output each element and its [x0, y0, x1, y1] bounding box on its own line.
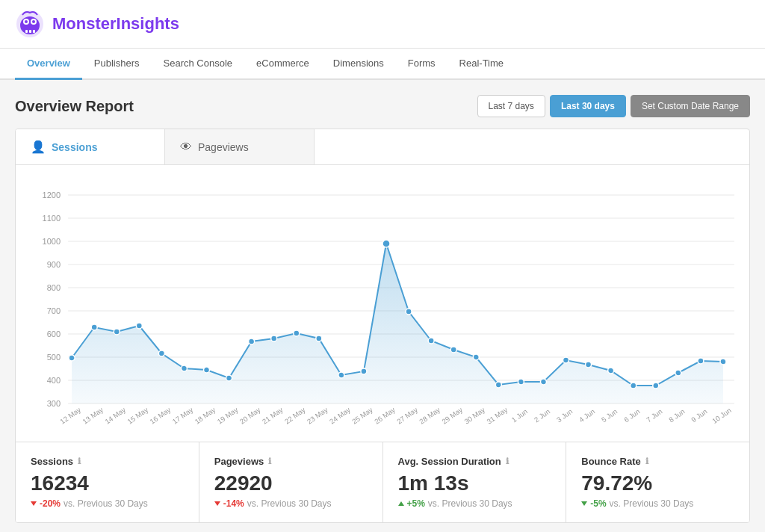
svg-text:26 May: 26 May: [373, 406, 397, 426]
custom-date-range-button[interactable]: Set Custom Date Range: [631, 95, 750, 117]
stat-bounce-rate-info-icon[interactable]: ℹ: [645, 457, 648, 466]
stat-pageviews-label: Pageviews: [214, 456, 264, 467]
svg-point-56: [675, 370, 681, 376]
last-7-days-button[interactable]: Last 7 days: [477, 95, 545, 117]
svg-rect-8: [33, 30, 35, 33]
svg-point-45: [428, 338, 434, 344]
svg-text:18 May: 18 May: [193, 406, 217, 426]
svg-text:1000: 1000: [43, 237, 61, 246]
svg-text:600: 600: [47, 330, 61, 338]
svg-text:300: 300: [47, 399, 61, 408]
svg-text:6 Jun: 6 Jun: [622, 407, 641, 424]
svg-rect-7: [29, 30, 31, 33]
nav-item-ecommerce[interactable]: eCommerce: [244, 49, 321, 80]
tab-pageviews-label: Pageviews: [198, 141, 249, 153]
main-content: Overview Report Last 7 days Last 30 days…: [0, 80, 765, 532]
sessions-change-pct: -20%: [40, 498, 61, 509]
svg-text:25 May: 25 May: [350, 406, 374, 426]
nav-item-overview[interactable]: Overview: [15, 49, 82, 80]
pageviews-vs-label: vs. Previous 30 Days: [247, 498, 332, 509]
nav-item-publishers[interactable]: Publishers: [82, 49, 152, 80]
svg-point-55: [653, 383, 659, 389]
stat-avg-session-label: Avg. Session Duration: [398, 456, 501, 467]
sessions-vs-label: vs. Previous 30 Days: [64, 498, 148, 509]
svg-point-31: [114, 329, 120, 335]
svg-point-40: [316, 335, 322, 341]
nav-item-dimensions[interactable]: Dimensions: [321, 49, 396, 80]
svg-text:1200: 1200: [43, 191, 61, 200]
logo-text: MonsterInsights: [52, 14, 179, 34]
tab-pageviews[interactable]: 👁 Pageviews: [165, 129, 315, 164]
svg-point-57: [698, 358, 704, 364]
logo: MonsterInsights: [15, 9, 179, 39]
svg-point-29: [69, 355, 75, 361]
tab-sessions[interactable]: 👤 Sessions: [16, 129, 165, 164]
svg-text:23 May: 23 May: [306, 406, 329, 426]
sessions-down-arrow: [31, 501, 37, 506]
svg-point-5: [32, 20, 35, 23]
svg-point-32: [136, 323, 142, 329]
tab-sessions-label: Sessions: [52, 141, 97, 153]
nav-item-search-console[interactable]: Search Console: [152, 49, 245, 80]
svg-text:20 May: 20 May: [238, 406, 262, 426]
svg-text:12 May: 12 May: [58, 406, 82, 426]
svg-text:1100: 1100: [43, 214, 61, 223]
pageviews-icon: 👁: [180, 140, 192, 154]
avg-session-change-pct: +5%: [407, 498, 425, 509]
svg-point-34: [181, 365, 187, 371]
bounce-rate-vs-label: vs. Previous 30 Days: [610, 498, 694, 509]
svg-text:800: 800: [47, 283, 61, 292]
nav-item-forms[interactable]: Forms: [396, 49, 447, 80]
stat-pageviews-change: -14% vs. Previous 30 Days: [214, 498, 368, 509]
last-30-days-button[interactable]: Last 30 days: [550, 95, 626, 117]
nav-item-realtime[interactable]: Real-Time: [447, 49, 515, 80]
chart-container: 👤 Sessions 👁 Pageviews: [15, 129, 750, 523]
avg-session-up-arrow: [398, 501, 404, 506]
svg-point-36: [226, 375, 232, 381]
svg-text:28 May: 28 May: [418, 406, 442, 426]
stat-sessions: Sessions ℹ 16234 -20% vs. Previous 30 Da…: [16, 442, 199, 522]
svg-text:10 Jun: 10 Jun: [710, 406, 733, 424]
svg-text:24 May: 24 May: [328, 406, 352, 426]
pageviews-change-pct: -14%: [223, 498, 244, 509]
stat-pageviews-value: 22920: [214, 471, 368, 495]
svg-point-38: [271, 335, 277, 341]
svg-point-54: [631, 383, 637, 389]
stat-sessions-value: 16234: [31, 471, 184, 495]
svg-point-48: [495, 382, 501, 388]
svg-text:500: 500: [47, 353, 61, 362]
svg-text:22 May: 22 May: [283, 406, 307, 426]
pageviews-down-arrow: [214, 501, 220, 506]
stat-sessions-info-icon[interactable]: ℹ: [78, 457, 81, 466]
stat-sessions-change: -20% vs. Previous 30 Days: [31, 498, 184, 509]
svg-point-42: [361, 368, 367, 374]
bounce-rate-down-arrow: [581, 501, 587, 506]
app-header: MonsterInsights: [0, 0, 765, 49]
svg-text:900: 900: [47, 260, 61, 269]
svg-point-41: [338, 372, 344, 378]
svg-point-37: [249, 338, 255, 344]
svg-text:4 Jun: 4 Jun: [577, 407, 596, 424]
svg-point-49: [518, 379, 524, 385]
svg-text:15 May: 15 May: [126, 406, 149, 426]
svg-point-30: [91, 324, 97, 330]
stat-bounce-rate: Bounce Rate ℹ 79.72% -5% vs. Previous 30…: [566, 442, 749, 522]
stat-pageviews: Pageviews ℹ 22920 -14% vs. Previous 30 D…: [199, 442, 383, 522]
logo-icon: [15, 9, 45, 39]
svg-text:3 Jun: 3 Jun: [555, 407, 574, 424]
svg-text:5 Jun: 5 Jun: [600, 407, 619, 424]
stat-pageviews-info-icon[interactable]: ℹ: [268, 457, 271, 466]
svg-text:19 May: 19 May: [216, 406, 240, 426]
svg-text:14 May: 14 May: [103, 406, 127, 426]
svg-text:29 May: 29 May: [440, 406, 464, 426]
svg-text:27 May: 27 May: [395, 406, 419, 426]
svg-point-33: [158, 350, 164, 356]
svg-point-47: [473, 354, 479, 360]
stat-avg-session-change: +5% vs. Previous 30 Days: [398, 498, 551, 509]
stat-bounce-rate-label: Bounce Rate: [581, 456, 640, 467]
chart-area: 1200 1100 1000 900 800 700 600 500: [16, 165, 749, 442]
svg-text:400: 400: [47, 376, 61, 385]
stat-avg-session-info-icon[interactable]: ℹ: [506, 457, 509, 466]
svg-point-50: [540, 379, 546, 385]
svg-text:30 May: 30 May: [462, 406, 486, 426]
